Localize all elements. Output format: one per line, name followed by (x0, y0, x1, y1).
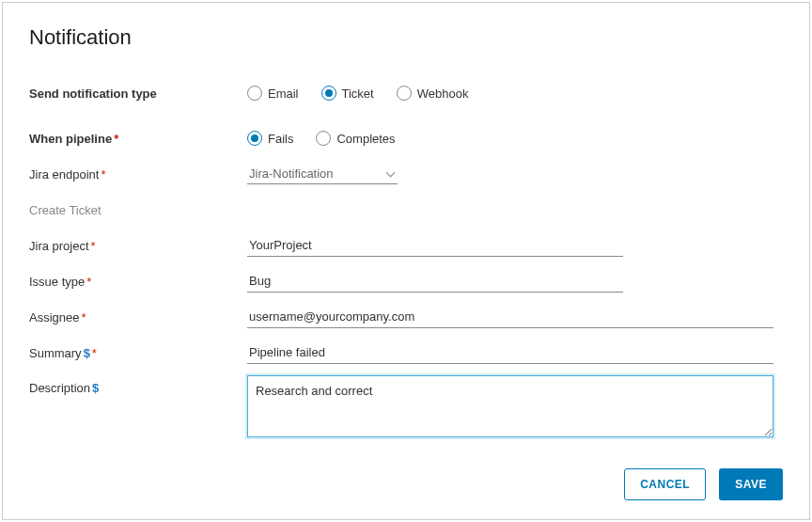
cancel-button[interactable]: CANCEL (624, 468, 706, 500)
radio-email[interactable]: Email (247, 86, 299, 101)
radio-ticket[interactable]: Ticket (321, 86, 374, 101)
page-title: Notification (29, 25, 783, 50)
jira-endpoint-select[interactable]: Jira-Notification (247, 164, 398, 184)
footer-actions: CANCEL SAVE (624, 468, 783, 500)
radio-fails[interactable]: Fails (247, 131, 293, 146)
radio-ticket-label: Ticket (342, 87, 374, 101)
chevron-down-icon (386, 169, 396, 179)
label-notification-type: Send notification type (29, 87, 247, 101)
jira-project-input[interactable] (247, 234, 623, 257)
radio-fails-label: Fails (268, 132, 293, 146)
radio-completes[interactable]: Completes (316, 131, 395, 146)
jira-endpoint-value: Jira-Notification (249, 166, 334, 181)
label-issue-type: Issue type* (29, 275, 247, 289)
issue-type-input[interactable] (247, 270, 623, 293)
label-assignee: Assignee* (29, 310, 247, 324)
radio-icon (397, 86, 412, 101)
notification-panel: Notification Send notification type Emai… (2, 2, 810, 520)
radio-webhook-label: Webhook (417, 87, 469, 101)
save-button[interactable]: SAVE (719, 468, 783, 500)
assignee-input[interactable] (247, 306, 773, 328)
when-pipeline-radio-group: Fails Completes (247, 131, 396, 146)
description-textarea[interactable] (247, 375, 773, 437)
label-jira-endpoint: Jira endpoint* (29, 167, 247, 182)
radio-email-label: Email (268, 87, 299, 101)
radio-icon (247, 131, 262, 146)
label-description: Description$ (29, 375, 247, 395)
radio-icon (321, 86, 336, 101)
label-when-pipeline: When pipeline* (29, 132, 247, 146)
label-jira-project: Jira project* (29, 239, 247, 253)
label-create-ticket: Create Ticket (29, 203, 247, 217)
label-summary: Summary$* (29, 346, 247, 360)
radio-completes-label: Completes (336, 132, 395, 146)
radio-webhook[interactable]: Webhook (397, 86, 469, 101)
radio-icon (247, 86, 262, 101)
radio-icon (316, 131, 331, 146)
notification-type-radio-group: Email Ticket Webhook (247, 86, 468, 101)
summary-input[interactable] (247, 341, 773, 364)
